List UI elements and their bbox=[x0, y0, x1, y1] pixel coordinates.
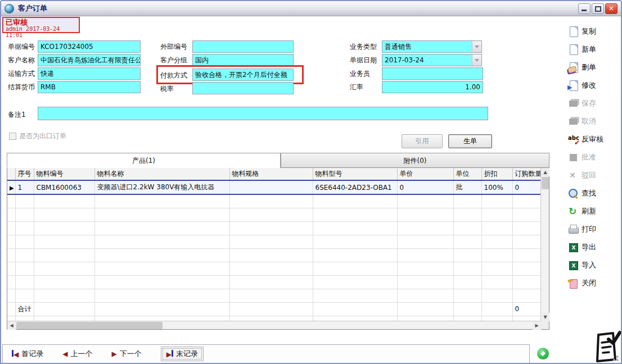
empty-cell bbox=[34, 289, 94, 302]
horizontal-scroll-thumb[interactable] bbox=[16, 322, 163, 329]
chevron-down-icon[interactable] bbox=[472, 41, 481, 52]
tab-attachment[interactable]: 附件(0) bbox=[281, 153, 549, 168]
empty-cell bbox=[481, 248, 512, 262]
customer-field[interactable]: 中国石化青岛炼油化工有限责任公司 bbox=[38, 54, 141, 66]
header-material-model[interactable]: 物料型号 bbox=[313, 168, 397, 180]
cell-unit[interactable]: 批 bbox=[453, 180, 481, 194]
empty-cell bbox=[313, 275, 397, 289]
tab-product[interactable]: 产品(1) bbox=[7, 153, 281, 168]
horizontal-scrollbar[interactable]: ◀ ▶ bbox=[7, 321, 541, 329]
remark-field[interactable] bbox=[38, 107, 488, 120]
sidebar-item-delete[interactable]: 删单 bbox=[568, 62, 621, 73]
grid-body: ▶ 1 CBM1600063 变频器\进口2.2kW 380V有输入电抗器 6S… bbox=[7, 180, 541, 321]
empty-cell bbox=[229, 194, 313, 208]
biz-type-select[interactable]: 普通销售 bbox=[382, 40, 482, 53]
cite-button[interactable]: 引用 bbox=[402, 134, 443, 148]
chevron-down-icon[interactable] bbox=[472, 54, 481, 66]
export-order-checkbox[interactable] bbox=[9, 133, 16, 140]
table-row-selected[interactable]: ▶ 1 CBM1600063 变频器\进口2.2kW 380V有输入电抗器 6S… bbox=[7, 180, 541, 194]
row-pointer-icon: ▶ bbox=[10, 185, 14, 191]
sidebar-item-print[interactable]: 打印 bbox=[568, 224, 621, 235]
header-discount[interactable]: 折扣 bbox=[481, 168, 512, 180]
record-nav-bar: ◀ 首记录 ◀ 上一个 ▶ 下一个 ▶ 末记录 bbox=[2, 344, 530, 363]
minimize-button[interactable] bbox=[578, 3, 591, 14]
biz-type-value: 普通销售 bbox=[385, 43, 412, 51]
close-button[interactable]: ✕ bbox=[605, 3, 618, 14]
maximize-button[interactable] bbox=[592, 3, 604, 14]
cell-material-code[interactable]: CBM1600063 bbox=[34, 180, 94, 194]
scrollbar-corner bbox=[540, 321, 549, 329]
sidebar-item-modify[interactable]: 修改 bbox=[568, 80, 621, 91]
empty-cell bbox=[34, 194, 94, 208]
sidebar-item-import[interactable]: 导入 bbox=[568, 260, 621, 271]
header-unit-price[interactable]: 单价 bbox=[397, 168, 453, 180]
generate-order-button[interactable]: 生单 bbox=[448, 134, 492, 148]
sidebar-item-copy[interactable]: 复制 bbox=[568, 26, 621, 37]
prev-record-icon: ◀ bbox=[62, 351, 67, 357]
date-select[interactable]: 2017-03-24 bbox=[382, 54, 482, 66]
empty-cell bbox=[481, 262, 512, 275]
scroll-right-icon[interactable]: ▶ bbox=[533, 321, 541, 330]
empty-cell bbox=[7, 248, 15, 262]
window-title: 客户订单 bbox=[18, 3, 47, 13]
scroll-up-icon[interactable]: ▲ bbox=[541, 168, 549, 176]
cell-material-name[interactable]: 变频器\进口2.2kW 380V有输入电抗器 bbox=[94, 180, 229, 194]
empty-cell bbox=[397, 208, 453, 221]
cell-unit-price[interactable]: 0 bbox=[397, 180, 453, 194]
tax-field[interactable] bbox=[192, 82, 294, 94]
header-material-name[interactable]: 物料名称 bbox=[94, 168, 229, 180]
first-record-button[interactable]: ◀ 首记录 bbox=[12, 349, 43, 359]
resize-grip[interactable] bbox=[613, 356, 619, 361]
sidebar-item-label: 关闭 bbox=[582, 278, 596, 288]
next-record-button[interactable]: ▶ 下一个 bbox=[111, 349, 141, 359]
cell-discount[interactable]: 100% bbox=[481, 180, 512, 194]
rate-field[interactable]: 1.00 bbox=[382, 81, 483, 93]
sidebar-item-label: 保存 bbox=[582, 98, 596, 108]
title-bar[interactable]: 客户订单 ✕ bbox=[1, 1, 621, 16]
cell-material-spec[interactable] bbox=[229, 180, 313, 194]
sidebar-item-label: 导出 bbox=[582, 242, 596, 252]
header-material-code[interactable]: 物料编号 bbox=[34, 168, 94, 180]
sidebar-item-close[interactable]: 关闭 bbox=[568, 277, 621, 289]
header-unit[interactable]: 单位 bbox=[453, 168, 481, 180]
header-no[interactable]: 序号 bbox=[15, 168, 34, 180]
sidebar-item-save: 保存 bbox=[568, 98, 621, 109]
payment-field[interactable]: 验收合格，开票2个月后付全额 bbox=[192, 69, 294, 81]
empty-row bbox=[7, 262, 541, 275]
empty-cell bbox=[481, 289, 512, 302]
sidebar-item-new[interactable]: 新单 bbox=[568, 44, 621, 55]
scroll-left-icon[interactable]: ◀ bbox=[7, 321, 16, 330]
sidebar-item-refresh[interactable]: 刷新 bbox=[568, 206, 621, 217]
prev-record-button[interactable]: ◀ 上一个 bbox=[62, 349, 92, 359]
vertical-scroll-thumb[interactable] bbox=[542, 177, 549, 189]
external-no-field[interactable] bbox=[192, 40, 294, 53]
sidebar-item-label: 删单 bbox=[582, 62, 596, 72]
last-record-button[interactable]: ▶ 末记录 bbox=[161, 347, 204, 361]
sidebar-item-unaudit[interactable]: 反审核 bbox=[568, 134, 621, 145]
empty-cell bbox=[453, 208, 481, 221]
header-order-qty[interactable]: 订购数量 bbox=[512, 168, 541, 180]
empty-row bbox=[7, 221, 541, 235]
sidebar-item-label: 查找 bbox=[582, 188, 596, 198]
delete-order-icon bbox=[568, 62, 579, 73]
grid-header-row: 序号 物料编号 物料名称 物料规格 物料型号 单价 单位 折扣 订购数量 bbox=[7, 168, 541, 180]
doc-no-field[interactable]: KCO170324005 bbox=[38, 40, 141, 53]
sidebar-item-search[interactable]: 查找 bbox=[568, 188, 621, 199]
group-field[interactable]: 国内 bbox=[192, 54, 294, 66]
sidebar-item-label: 驳回 bbox=[582, 170, 596, 180]
salesman-field[interactable] bbox=[382, 67, 483, 80]
sidebar-item-label: 取消 bbox=[582, 116, 596, 126]
empty-row bbox=[7, 194, 541, 208]
sidebar-item-label: 新单 bbox=[582, 44, 596, 54]
transport-field[interactable]: 快递 bbox=[38, 67, 141, 80]
cell-material-model[interactable]: 6SE6440-2AD23-OBA1 bbox=[313, 180, 397, 194]
empty-cell bbox=[229, 221, 313, 235]
cell-no[interactable]: 1 bbox=[15, 180, 34, 194]
cell-order-qty[interactable]: 0 bbox=[512, 180, 541, 194]
header-material-spec[interactable]: 物料规格 bbox=[229, 168, 313, 180]
currency-field[interactable]: RMB bbox=[38, 81, 141, 93]
vertical-scrollbar[interactable]: ▲ ▼ bbox=[540, 168, 549, 321]
sidebar-item-export[interactable]: 导出 bbox=[568, 242, 621, 253]
scroll-down-icon[interactable]: ▼ bbox=[541, 313, 549, 321]
row-selector-cell[interactable]: ▶ bbox=[7, 180, 15, 194]
